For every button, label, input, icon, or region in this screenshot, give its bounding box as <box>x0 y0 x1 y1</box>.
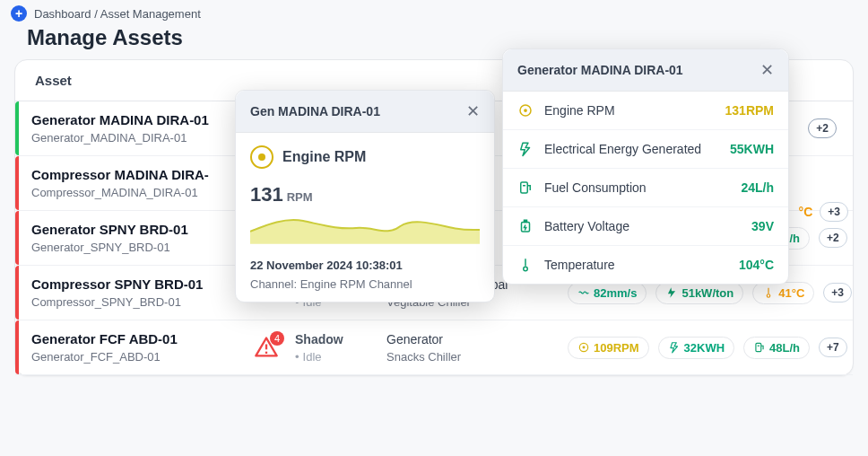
popover-header: Generator MADINA DIRA-01 ✕ <box>503 49 788 92</box>
close-icon[interactable]: ✕ <box>466 101 480 121</box>
svg-rect-10 <box>756 343 761 351</box>
breadcrumb[interactable]: Dashboard / Asset Management <box>34 7 201 21</box>
temp-icon <box>517 257 534 273</box>
breadcrumb-leaf[interactable]: Asset Management <box>100 7 201 21</box>
more-badge[interactable]: +2 <box>808 118 837 138</box>
group-cell: GeneratorSnacks Chiller <box>386 332 557 364</box>
asset-code: Compressor_SPNY_BRD-01 <box>31 295 238 309</box>
metric-pill[interactable]: 32KWH <box>658 337 735 359</box>
svg-rect-13 <box>521 182 528 193</box>
asset-code: Generator_FCF_ABD-01 <box>31 350 238 364</box>
close-icon[interactable]: ✕ <box>760 60 774 80</box>
temp-fragment: °C <box>799 205 813 219</box>
asset-name-cell: Compressor SPNY BRD-01 Compressor_SPNY_B… <box>31 276 238 309</box>
metric-pill-value: 51kW/ton <box>681 286 733 300</box>
temp-icon <box>762 286 775 299</box>
shadow-cell: Shadow Idle <box>295 332 376 364</box>
metric-pill-value: 32KWH <box>684 341 725 355</box>
metric-pill[interactable]: 109RPM <box>568 337 649 359</box>
detail-label: Electrical Energy Generated <box>544 142 719 156</box>
group-name: Generator <box>386 332 557 346</box>
metric-pill-value: 48L/h <box>769 341 800 355</box>
detail-row: Temperature 104°C <box>503 246 788 284</box>
svg-rect-6 <box>265 345 267 350</box>
energy-icon <box>668 341 681 354</box>
rpm-icon <box>577 341 590 354</box>
table-row[interactable]: Generator FCF ABD-01 Generator_FCF_ABD-0… <box>15 320 853 375</box>
more-badge[interactable]: +3 <box>820 202 848 222</box>
alert-count: 4 <box>270 331 284 346</box>
asset-name-cell: Generator SPNY BRD-01 Generator_SPNY_BRD… <box>31 222 238 254</box>
asset-name: Compressor MADINA DIRA- <box>31 167 238 182</box>
asset-code: Generator_SPNY_BRD-01 <box>31 241 238 254</box>
plus-icon[interactable]: + <box>11 5 27 22</box>
popover-title: Generator MADINA DIRA-01 <box>517 63 683 77</box>
energy-icon <box>517 141 534 157</box>
vib-icon <box>577 286 590 299</box>
metric-header: Engine RPM <box>250 145 480 169</box>
detail-row: Electrical Energy Generated 55KWH <box>503 130 788 169</box>
metric-pill[interactable]: 48L/h <box>743 337 810 359</box>
bolt-icon <box>665 286 678 299</box>
detail-row: Engine RPM 131RPM <box>503 92 788 130</box>
rpm-icon <box>250 145 273 169</box>
asset-name-cell: Compressor MADINA DIRA- Compressor_MADIN… <box>31 167 238 199</box>
asset-name: Compressor SPNY BRD-01 <box>31 276 238 292</box>
asset-detail-popover: Generator MADINA DIRA-01 ✕ Engine RPM 13… <box>502 48 789 285</box>
metric-timestamp: 22 November 2024 10:38:01 <box>250 259 480 272</box>
detail-row: Battery Voltage 39V <box>503 207 788 246</box>
fuel-icon <box>753 341 766 354</box>
breadcrumb-root[interactable]: Dashboard <box>34 7 91 21</box>
rpm-icon <box>517 102 534 118</box>
svg-rect-7 <box>265 352 267 354</box>
more-badge[interactable]: +3 <box>823 283 852 303</box>
row2-overflow: °C +3 <box>799 202 848 222</box>
detail-value: 39V <box>751 219 774 233</box>
asset-code: Compressor_MADINA_DIRA-01 <box>31 186 238 199</box>
detail-label: Engine RPM <box>544 103 715 118</box>
shadow-label: Shadow <box>295 332 376 346</box>
metric-pill[interactable]: 41°C <box>752 282 814 304</box>
metric-value: 131RPM <box>250 183 480 206</box>
metric-pill[interactable]: 82mm/s <box>568 282 647 304</box>
asset-name: Generator FCF ABD-01 <box>31 331 238 346</box>
popover-header: Gen MADINA DIRA-01 ✕ <box>236 91 494 133</box>
detail-label: Battery Voltage <box>544 219 741 233</box>
alert-icon[interactable]: 4 <box>254 335 279 360</box>
metrics-cell: 109RPM32KWH48L/h+7 <box>568 337 847 359</box>
asset-name: Generator SPNY BRD-01 <box>31 222 238 237</box>
detail-label: Fuel Consumption <box>544 180 730 195</box>
metric-pill[interactable]: 51kW/ton <box>655 282 743 304</box>
metrics-cell: +2 <box>808 118 837 138</box>
more-badge[interactable]: +7 <box>819 338 847 357</box>
metric-pill-value: 109RPM <box>594 341 639 355</box>
metric-label: Engine RPM <box>282 149 366 165</box>
metric-channel: Channel: Engine RPM Channel <box>250 277 480 291</box>
asset-name-cell: Generator FCF ABD-01 Generator_FCF_ABD-0… <box>31 331 238 364</box>
alert-cell: 4 <box>248 335 284 360</box>
shadow-state: Idle <box>295 350 376 364</box>
asset-name-cell: Generator MADINA DIRA-01 Generator_MADIN… <box>31 112 238 145</box>
detail-value: 55KWH <box>730 142 774 156</box>
detail-value: 24L/h <box>741 180 774 195</box>
detail-value: 104°C <box>739 258 774 272</box>
metric-pill-value: 41°C <box>778 286 804 300</box>
svg-point-5 <box>767 294 770 298</box>
batt-icon <box>517 218 534 234</box>
detail-value: 131RPM <box>725 103 774 118</box>
sparkline-chart <box>250 206 480 244</box>
detail-row: Fuel Consumption 24L/h <box>503 169 788 207</box>
svg-point-15 <box>524 267 528 271</box>
metric-popover: Gen MADINA DIRA-01 ✕ Engine RPM 131RPM 2… <box>235 90 495 303</box>
svg-point-9 <box>583 346 586 349</box>
topbar: + Dashboard / Asset Management <box>0 0 868 23</box>
metric-pill-value: 82mm/s <box>594 286 637 300</box>
group-sub: Snacks Chiller <box>386 350 557 364</box>
fuel-icon <box>517 180 534 196</box>
detail-label: Temperature <box>544 258 728 272</box>
asset-name: Generator MADINA DIRA-01 <box>31 112 238 127</box>
popover-title: Gen MADINA DIRA-01 <box>250 104 380 118</box>
asset-code: Generator_MADINA_DIRA-01 <box>31 131 238 145</box>
more-badge[interactable]: +2 <box>819 228 847 248</box>
svg-point-12 <box>524 109 527 112</box>
